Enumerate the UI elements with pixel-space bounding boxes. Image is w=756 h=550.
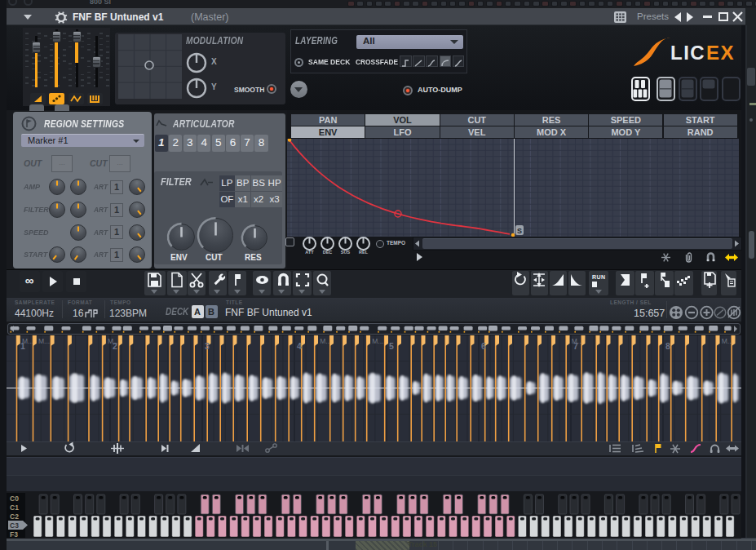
svg-text:5: 5 <box>389 341 394 351</box>
svg-text:M...: M... <box>372 337 383 345</box>
svg-text:6: 6 <box>481 341 486 351</box>
svg-text:F3: F3 <box>10 530 18 538</box>
svg-text:C1: C1 <box>10 503 19 512</box>
svg-text:C3: C3 <box>10 521 19 530</box>
svg-text:7: 7 <box>573 341 578 351</box>
svg-text:1: 1 <box>20 341 25 351</box>
svg-text:3: 3 <box>205 341 210 351</box>
svg-text:8: 8 <box>665 341 670 351</box>
svg-text:C2: C2 <box>10 512 19 521</box>
svg-text:M...: M... <box>38 337 50 345</box>
svg-text:C0: C0 <box>10 495 19 503</box>
svg-text:2: 2 <box>113 341 117 351</box>
svg-text:4: 4 <box>297 341 302 351</box>
